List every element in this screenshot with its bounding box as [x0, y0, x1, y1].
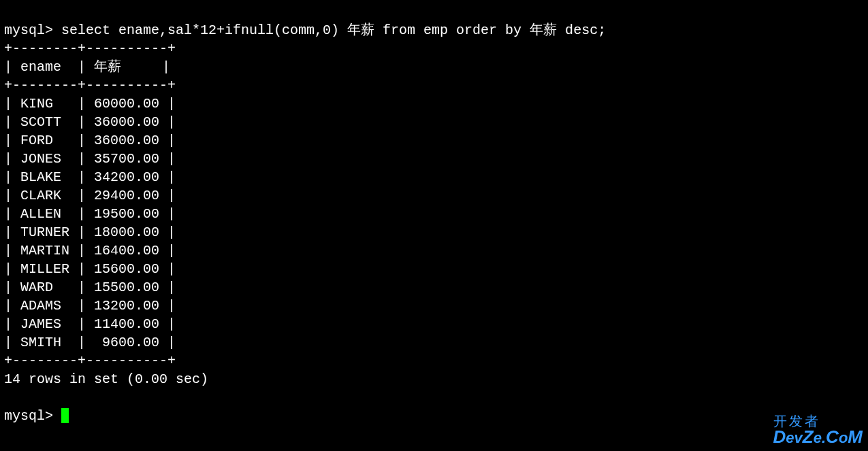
table-border-bottom: +--------+----------+	[4, 353, 176, 369]
table-header-row: | ename | 年薪 |	[4, 59, 170, 75]
watermark-line2: DevZe.CoM	[773, 428, 863, 446]
sql-query: select ename,sal*12+ifnull(comm,0) 年薪 fr…	[61, 22, 606, 38]
terminal-output: mysql> select ename,sal*12+ifnull(comm,0…	[4, 3, 864, 425]
mysql-prompt-2[interactable]: mysql>	[4, 408, 61, 424]
watermark: 开发者 DevZe.CoM	[773, 414, 863, 446]
watermark-line1: 开发者	[773, 414, 863, 428]
table-border-top: +--------+----------+	[4, 41, 176, 56]
cursor[interactable]	[61, 408, 69, 423]
table-body: | KING | 60000.00 | | SCOTT | 36000.00 |…	[4, 96, 176, 350]
mysql-prompt: mysql>	[4, 22, 61, 38]
table-header-col1: ename	[20, 59, 61, 75]
table-border-mid: +--------+----------+	[4, 78, 176, 93]
table-header-col2: 年薪	[94, 59, 121, 75]
result-status: 14 rows in set (0.00 sec)	[4, 371, 208, 387]
